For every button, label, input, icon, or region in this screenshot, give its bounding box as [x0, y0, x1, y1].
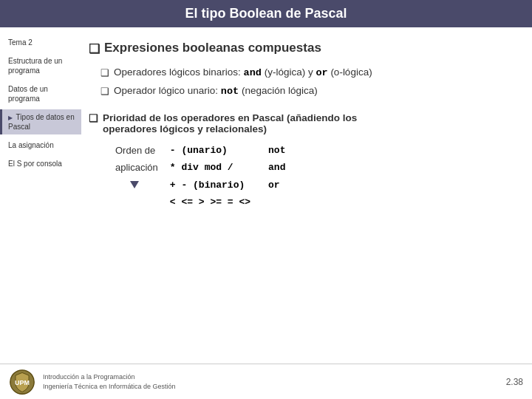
- sidebar-item-datos[interactable]: Datos de un programa: [0, 81, 81, 106]
- expr-row-3: + - (binario): [170, 177, 250, 194]
- footer-left: UPM Introducción a la Programación Ingen…: [9, 369, 175, 395]
- sidebar-item-es[interactable]: El S por consola: [0, 156, 81, 171]
- header-title: El tipo Boolean de Pascal: [185, 6, 347, 21]
- sidebar: Tema 2 Estructura de un programa Datos d…: [0, 27, 81, 361]
- expr-row-1: - (unario): [170, 142, 250, 159]
- page-header: El tipo Boolean de Pascal: [0, 0, 532, 27]
- svg-text:UPM: UPM: [15, 378, 30, 386]
- footer-line1: Introducción a la Programación: [43, 372, 175, 382]
- section-prioridad: ❑ Prioridad de los operadores en Pascal …: [89, 112, 514, 211]
- name-row-1: not: [268, 142, 285, 159]
- operator-names: not and or: [268, 142, 285, 211]
- sidebar-item-asignacion[interactable]: La asignación: [0, 137, 81, 153]
- page-footer: UPM Introducción a la Programación Ingen…: [0, 364, 532, 399]
- main-layout: Tema 2 Estructura de un programa Datos d…: [0, 27, 532, 361]
- sub-bullet2: ❑: [100, 85, 109, 98]
- name-row-2: and: [268, 159, 285, 176]
- subsection-operadores-binarios: ❑ Operadores lógicos binarios: and (y-ló…: [100, 66, 514, 81]
- subsection-operador-unario: ❑ Operador lógico unario: not (negación …: [100, 84, 514, 99]
- content-area: ❑ Expresiones booleanas compuestas ❑ Ope…: [81, 27, 532, 361]
- operator-expressions: - (unario) * div mod / + - (binario) < <…: [170, 142, 250, 211]
- expr-row-2: * div mod /: [170, 159, 250, 176]
- section-expresiones: ❑ Expresiones booleanas compuestas ❑ Ope…: [89, 41, 514, 99]
- priority-table: Orden de aplicación - (unario) * div mod…: [115, 142, 514, 211]
- name-row-3: or: [268, 177, 285, 194]
- footer-text: Introducción a la Programación Ingenierí…: [43, 372, 175, 391]
- bullet1: ❑: [89, 41, 100, 57]
- bullet2: ❑: [89, 112, 98, 124]
- sidebar-item-tema2[interactable]: Tema 2: [0, 35, 81, 50]
- section2-title: ❑ Prioridad de los operadores en Pascal …: [89, 112, 514, 134]
- footer-line2: Ingeniería Técnica en Informática de Ges…: [43, 382, 175, 392]
- sub-bullet1: ❑: [100, 66, 109, 80]
- footer-page-number: 2.38: [506, 377, 523, 387]
- arrow-down-icon: [130, 181, 139, 188]
- sidebar-item-estructura[interactable]: Estructura de un programa: [0, 53, 81, 78]
- section1-title: ❑ Expresiones booleanas compuestas: [89, 41, 514, 57]
- footer-logo: UPM: [9, 369, 35, 395]
- order-label: Orden de aplicación: [115, 142, 158, 194]
- name-row-4: [268, 194, 285, 211]
- expr-row-4: < <= > >= = <>: [170, 194, 250, 211]
- sidebar-item-tipos[interactable]: Tipos de datos en Pascal: [0, 109, 81, 134]
